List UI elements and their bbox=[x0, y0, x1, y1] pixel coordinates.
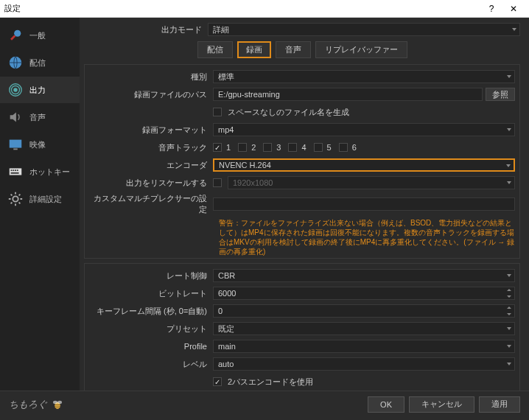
sidebar-item-label: ホットキー bbox=[29, 167, 70, 178]
sidebar: 一般 配信 出力 音声 映像 ホットキー 詳細設定 bbox=[0, 18, 80, 391]
type-select[interactable]: 標準 bbox=[213, 70, 515, 83]
titlebar: 設定 ? ✕ bbox=[0, 0, 529, 18]
sidebar-item-output[interactable]: 出力 bbox=[0, 77, 80, 103]
level-select[interactable]: auto bbox=[213, 357, 515, 371]
svg-rect-9 bbox=[11, 169, 13, 171]
sidebar-item-label: 一般 bbox=[29, 30, 46, 41]
footer-buttons: OK キャンセル 適用 bbox=[368, 396, 520, 413]
track2-checkbox[interactable] bbox=[238, 143, 247, 152]
close-button[interactable]: ✕ bbox=[502, 4, 525, 14]
svg-rect-7 bbox=[13, 149, 18, 150]
twopass-checkbox[interactable] bbox=[213, 377, 222, 386]
track5-checkbox[interactable] bbox=[314, 143, 323, 152]
encoder-select[interactable]: NVENC H.264 bbox=[213, 158, 515, 172]
tracks-label: 音声トラック bbox=[89, 142, 213, 153]
track1-checkbox[interactable] bbox=[213, 143, 222, 152]
logo-text: ちもろぐ bbox=[9, 398, 47, 411]
keyboard-icon bbox=[6, 162, 25, 181]
gear-icon bbox=[6, 189, 25, 209]
main-area: 一般 配信 出力 音声 映像 ホットキー 詳細設定 出力モード bbox=[0, 18, 529, 391]
sidebar-item-hotkeys[interactable]: ホットキー bbox=[0, 158, 80, 185]
svg-rect-12 bbox=[17, 169, 18, 171]
format-label: 録画フォーマット bbox=[89, 125, 213, 136]
tab-recording[interactable]: 録画 bbox=[237, 41, 271, 58]
speaker-icon bbox=[6, 108, 25, 127]
svg-point-14 bbox=[13, 196, 18, 201]
tab-audio[interactable]: 音声 bbox=[276, 41, 311, 58]
svg-point-17 bbox=[57, 400, 62, 404]
apply-button[interactable]: 適用 bbox=[479, 396, 520, 413]
window-title: 設定 bbox=[4, 3, 480, 14]
wrench-icon bbox=[6, 26, 25, 45]
preset-label: プリセット bbox=[89, 323, 213, 335]
svg-rect-13 bbox=[11, 172, 19, 174]
sidebar-item-label: 詳細設定 bbox=[29, 194, 62, 205]
rescale-select: 1920x1080 bbox=[228, 176, 515, 189]
type-label: 種別 bbox=[89, 71, 213, 83]
sidebar-item-audio[interactable]: 音声 bbox=[0, 104, 80, 130]
tab-replay[interactable]: リプレイバッファー bbox=[315, 41, 407, 58]
twopass-label: 2パスエンコードを使用 bbox=[228, 377, 313, 388]
bitrate-label: ビットレート bbox=[89, 288, 213, 299]
sidebar-item-general[interactable]: 一般 bbox=[0, 22, 80, 49]
logo: ちもろぐ bbox=[9, 398, 64, 411]
svg-point-3 bbox=[13, 88, 18, 92]
help-button[interactable]: ? bbox=[480, 4, 502, 14]
track6-checkbox[interactable] bbox=[339, 143, 348, 152]
recording-section: 種別 標準 録画ファイルのパス E:/gpu-streaming 参照 スペース… bbox=[84, 64, 520, 259]
encoder-label: エンコーダ bbox=[89, 160, 213, 171]
sidebar-item-stream[interactable]: 配信 bbox=[0, 49, 80, 76]
browse-button[interactable]: 参照 bbox=[486, 88, 515, 101]
keyint-label: キーフレーム間隔 (秒, 0=自動) bbox=[89, 306, 213, 317]
svg-point-16 bbox=[53, 400, 57, 404]
profile-label: Profile bbox=[89, 342, 213, 351]
ok-button[interactable]: OK bbox=[368, 396, 404, 413]
bitrate-input[interactable]: 6000 bbox=[213, 287, 515, 300]
cancel-button[interactable]: キャンセル bbox=[409, 396, 474, 413]
rate-label: レート制御 bbox=[89, 270, 213, 281]
broadcast-icon bbox=[6, 80, 25, 99]
track3-checkbox[interactable] bbox=[263, 143, 272, 152]
nospace-label: スペースなしのファイル名を生成 bbox=[228, 107, 349, 118]
output-tabs: 配信 録画 音声 リプレイバッファー bbox=[84, 41, 520, 58]
bee-icon bbox=[51, 398, 64, 411]
rescale-label: 出力をリスケールする bbox=[89, 178, 213, 189]
svg-rect-8 bbox=[10, 168, 22, 175]
svg-rect-10 bbox=[13, 169, 14, 171]
sidebar-item-label: 映像 bbox=[29, 139, 46, 150]
track4-checkbox[interactable] bbox=[288, 143, 297, 152]
preset-select[interactable]: 既定 bbox=[213, 322, 515, 335]
tab-stream[interactable]: 配信 bbox=[197, 41, 233, 58]
svg-rect-11 bbox=[15, 169, 16, 171]
globe-icon bbox=[6, 53, 25, 72]
sidebar-item-video[interactable]: 映像 bbox=[0, 131, 80, 158]
profile-select[interactable]: main bbox=[213, 340, 515, 353]
svg-rect-6 bbox=[10, 140, 22, 148]
keyint-input[interactable]: 0 bbox=[213, 304, 515, 318]
path-input[interactable]: E:/gpu-streaming bbox=[213, 88, 483, 101]
monitor-icon bbox=[6, 135, 25, 154]
sidebar-item-label: 出力 bbox=[29, 85, 46, 96]
path-label: 録画ファイルのパス bbox=[89, 89, 213, 100]
mux-input[interactable] bbox=[213, 197, 515, 211]
content-pane: 出力モード 詳細 配信 録画 音声 リプレイバッファー 種別 標準 録画ファイル… bbox=[80, 18, 529, 391]
output-mode-select[interactable]: 詳細 bbox=[208, 23, 520, 36]
svg-rect-1 bbox=[10, 35, 15, 41]
footer: ちもろぐ OK キャンセル 適用 bbox=[0, 391, 529, 417]
audio-tracks: 1 2 3 4 5 6 bbox=[213, 143, 515, 152]
mp4-warning: 警告：ファイルをファイナライズ出来ない場合（例えば、BSOD、電力損失などの結果… bbox=[89, 218, 515, 256]
sidebar-item-label: 音声 bbox=[29, 112, 46, 123]
encoder-section: レート制御 CBR ビットレート 6000 キーフレーム間隔 (秒, 0=自動)… bbox=[84, 263, 520, 391]
mux-label: カスタムマルチプレクサーの設定 bbox=[89, 193, 213, 215]
level-label: レベル bbox=[89, 359, 213, 370]
output-mode-label: 出力モード bbox=[84, 24, 208, 35]
sidebar-item-label: 配信 bbox=[29, 57, 46, 69]
format-select[interactable]: mp4 bbox=[213, 123, 515, 136]
sidebar-item-advanced[interactable]: 詳細設定 bbox=[0, 186, 80, 212]
rate-select[interactable]: CBR bbox=[213, 269, 515, 282]
nospace-checkbox[interactable] bbox=[213, 108, 222, 116]
rescale-checkbox[interactable] bbox=[213, 178, 222, 187]
svg-point-0 bbox=[14, 30, 21, 37]
